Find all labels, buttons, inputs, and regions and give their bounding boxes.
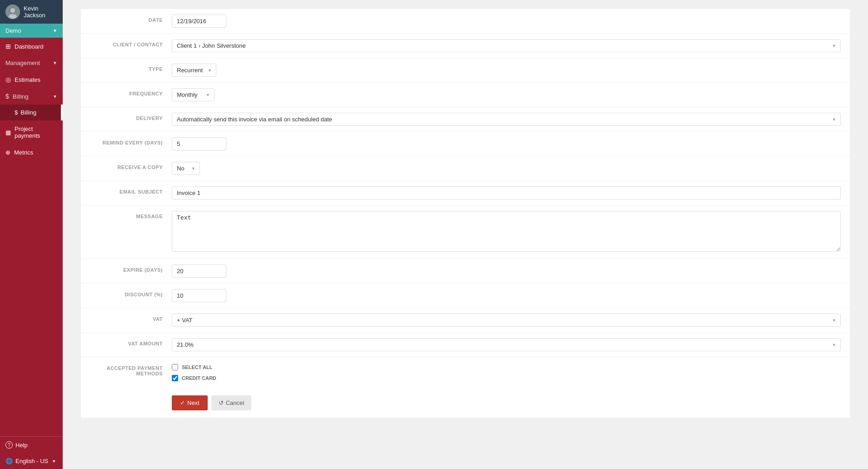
table-icon: ▦ bbox=[5, 129, 11, 136]
delivery-control: Automatically send this invoice via emai… bbox=[172, 113, 841, 126]
next-label: Next bbox=[187, 399, 200, 406]
sidebar-item-project-payments[interactable]: ▦ Project payments bbox=[0, 120, 63, 144]
buttons-row: ✓ Next ↺ Cancel bbox=[81, 388, 850, 418]
sidebar-item-billing[interactable]: $ Billing bbox=[0, 105, 63, 120]
sidebar-bottom: ? Help 🌐 English - US ▼ bbox=[0, 436, 63, 469]
select-all-row: SELECT ALL bbox=[172, 363, 841, 372]
remind-input[interactable] bbox=[172, 137, 226, 150]
refresh-icon: ↺ bbox=[219, 399, 224, 406]
payment-methods-row: ACCEPTED PAYMENT METHODS SELECT ALL CRED… bbox=[81, 357, 850, 388]
chevron-down-icon: ▼ bbox=[52, 459, 56, 464]
date-label: DATE bbox=[90, 15, 172, 23]
dollar-icon: $ bbox=[15, 109, 18, 116]
expire-label: EXPIRE (DAYS) bbox=[90, 264, 172, 273]
sidebar-item-management[interactable]: Management ▼ bbox=[0, 55, 63, 71]
expire-row: EXPIRE (DAYS) bbox=[81, 259, 850, 284]
credit-card-row: CREDIT CARD bbox=[172, 374, 841, 383]
date-input[interactable] bbox=[172, 15, 226, 28]
email-subject-label: EMAIL SUBJECT bbox=[90, 186, 172, 195]
select-all-checkbox[interactable] bbox=[172, 364, 178, 370]
sidebar-item-label: Project payments bbox=[15, 125, 57, 139]
help-icon: ? bbox=[5, 441, 13, 449]
sidebar-item-billing-parent[interactable]: $ Billing ▼ bbox=[0, 88, 63, 105]
check-icon: ✓ bbox=[180, 399, 185, 406]
client-row: CLIENT / CONTACT Client 1 › John Silvers… bbox=[81, 34, 850, 58]
email-subject-control bbox=[172, 186, 841, 200]
vat-control: + VAT No VAT Included bbox=[172, 314, 841, 327]
credit-card-label[interactable]: CREDIT CARD bbox=[182, 375, 216, 381]
remind-label: REMIND EVERY (DAYS) bbox=[90, 137, 172, 145]
vat-amount-select[interactable]: 21.0% 10.0% 0.0% bbox=[172, 338, 841, 351]
type-control: Recurrent One-time bbox=[172, 64, 841, 77]
sidebar-item-label: Billing bbox=[20, 109, 36, 116]
date-row: DATE bbox=[81, 9, 850, 34]
sidebar-item-language[interactable]: 🌐 English - US ▼ bbox=[0, 453, 63, 469]
svg-point-2 bbox=[9, 14, 17, 19]
receive-copy-control: No Yes bbox=[172, 162, 841, 175]
client-select[interactable]: Client 1 › John Silverstone bbox=[172, 39, 841, 52]
remind-row: REMIND EVERY (DAYS) bbox=[81, 132, 850, 156]
credit-card-checkbox[interactable] bbox=[172, 375, 178, 381]
payment-methods-label: ACCEPTED PAYMENT METHODS bbox=[90, 363, 172, 376]
date-control bbox=[172, 15, 841, 28]
vat-amount-control: 21.0% 10.0% 0.0% bbox=[172, 338, 841, 351]
sidebar-user: Kevin Jackson bbox=[0, 0, 63, 24]
sidebar-item-label: Management bbox=[5, 60, 40, 66]
client-control: Client 1 › John Silverstone bbox=[172, 39, 841, 52]
message-label: MESSAGE bbox=[90, 211, 172, 219]
frequency-control: Monthly Weekly Quarterly Yearly bbox=[172, 88, 841, 101]
message-control: Text bbox=[172, 211, 841, 253]
receive-copy-select[interactable]: No Yes bbox=[172, 162, 200, 175]
avatar bbox=[5, 5, 20, 19]
expire-control bbox=[172, 264, 841, 278]
demo-dropdown[interactable]: Demo ▼ bbox=[0, 24, 63, 38]
discount-input[interactable] bbox=[172, 289, 226, 302]
chevron-icon: ▼ bbox=[53, 94, 57, 99]
delivery-select[interactable]: Automatically send this invoice via emai… bbox=[172, 113, 841, 126]
sidebar-item-label: Help bbox=[15, 442, 28, 449]
payment-methods-control: SELECT ALL CREDIT CARD bbox=[172, 363, 841, 383]
delivery-row: DELIVERY Automatically send this invoice… bbox=[81, 107, 850, 132]
receive-copy-row: RECEIVE A COPY No Yes bbox=[81, 156, 850, 181]
chevron-icon: ▼ bbox=[53, 60, 57, 65]
vat-select[interactable]: + VAT No VAT Included bbox=[172, 314, 841, 327]
discount-control bbox=[172, 289, 841, 302]
sidebar-item-label: Dashboard bbox=[15, 43, 44, 50]
frequency-row: FREQUENCY Monthly Weekly Quarterly Yearl… bbox=[81, 83, 850, 107]
cancel-button[interactable]: ↺ Cancel bbox=[211, 395, 251, 410]
frequency-label: FREQUENCY bbox=[90, 88, 172, 96]
expire-input[interactable] bbox=[172, 264, 226, 278]
cancel-label: Cancel bbox=[226, 399, 244, 406]
sidebar-item-dashboard[interactable]: ⊞ Dashboard bbox=[0, 38, 63, 55]
chevron-down-icon: ▼ bbox=[53, 28, 57, 33]
svg-point-1 bbox=[10, 8, 15, 13]
next-button[interactable]: ✓ Next bbox=[172, 395, 208, 410]
form-section: DATE CLIENT / CONTACT Client 1 › John Si… bbox=[81, 9, 850, 388]
dollar-icon: $ bbox=[5, 93, 9, 100]
demo-label: Demo bbox=[5, 27, 21, 34]
circle-icon: ◎ bbox=[5, 76, 11, 83]
client-label: CLIENT / CONTACT bbox=[90, 39, 172, 47]
main-content: DATE CLIENT / CONTACT Client 1 › John Si… bbox=[63, 0, 868, 469]
select-all-label[interactable]: SELECT ALL bbox=[182, 364, 212, 370]
type-row: TYPE Recurrent One-time bbox=[81, 58, 850, 83]
remind-control bbox=[172, 137, 841, 150]
email-subject-input[interactable] bbox=[172, 186, 841, 200]
sidebar-item-help[interactable]: ? Help bbox=[0, 437, 63, 453]
delivery-label: DELIVERY bbox=[90, 113, 172, 121]
vat-amount-label: VAT AMOUNT bbox=[90, 338, 172, 346]
metrics-icon: ⊕ bbox=[5, 149, 10, 156]
grid-icon: ⊞ bbox=[5, 43, 11, 50]
sidebar-item-estimates[interactable]: ◎ Estimates bbox=[0, 71, 63, 88]
frequency-select[interactable]: Monthly Weekly Quarterly Yearly bbox=[172, 88, 215, 101]
user-name: Kevin Jackson bbox=[24, 5, 57, 19]
type-select[interactable]: Recurrent One-time bbox=[172, 64, 216, 77]
sidebar-item-label: English - US bbox=[15, 458, 48, 464]
sidebar-item-label: Estimates bbox=[15, 76, 40, 83]
message-textarea[interactable]: Text bbox=[172, 211, 841, 252]
vat-row: VAT + VAT No VAT Included bbox=[81, 308, 850, 333]
sidebar-item-metrics[interactable]: ⊕ Metrics bbox=[0, 144, 63, 161]
vat-label: VAT bbox=[90, 314, 172, 322]
globe-icon: 🌐 bbox=[5, 458, 13, 464]
discount-row: DISCOUNT (%) bbox=[81, 284, 850, 308]
